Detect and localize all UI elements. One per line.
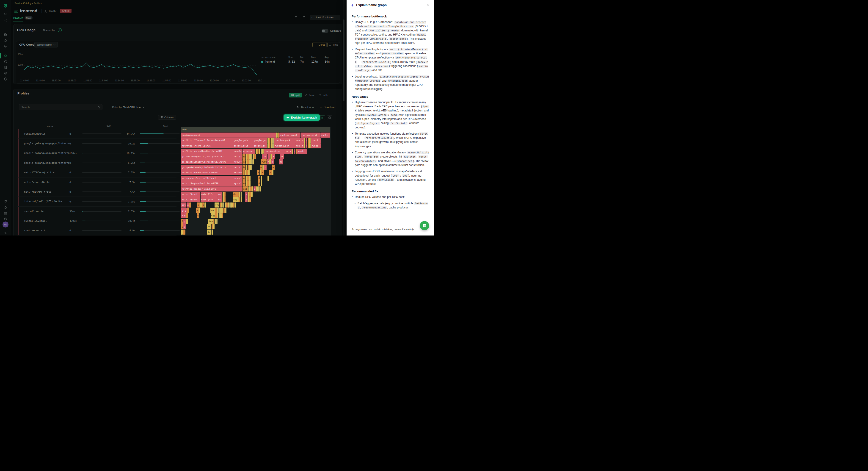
flame-frame[interactable]: runt	[261, 159, 267, 165]
flame-frame-unlabeled[interactable]	[216, 219, 218, 224]
flame-frame-unlabeled[interactable]	[186, 219, 188, 224]
flame-frame-unlabeled[interactable]	[246, 165, 247, 170]
flame-frame-unlabeled[interactable]	[249, 181, 250, 186]
flame-frame-unlabeled[interactable]	[187, 208, 189, 213]
flame-frame[interactable]: tc	[207, 224, 212, 229]
flame-frame[interactable]: r	[301, 138, 304, 143]
flame-frame-unlabeled[interactable]	[272, 138, 274, 143]
flame-frame[interactable]: ksy	[232, 197, 239, 202]
flame-frame-unlabeled[interactable]	[225, 208, 226, 213]
flame-frame-unlabeled[interactable]	[251, 154, 252, 159]
flame-frame-unlabeled[interactable]	[292, 149, 293, 154]
flame-frame[interactable]: net.(*T	[233, 154, 242, 159]
flame-frame[interactable]: m	[197, 203, 200, 208]
flame-frame-unlabeled[interactable]	[308, 138, 309, 143]
flame-frame[interactable]: run	[295, 143, 301, 148]
flame-frame-unlabeled[interactable]	[260, 170, 261, 175]
flame-frame-unlabeled[interactable]	[218, 208, 220, 213]
flame-frame-unlabeled[interactable]	[241, 192, 242, 197]
flame-frame-unlabeled[interactable]	[231, 203, 232, 208]
flame-frame-unlabeled[interactable]	[226, 203, 227, 208]
flame-frame-unlabeled[interactable]	[215, 213, 217, 218]
flame-frame-unlabeled[interactable]	[251, 192, 253, 197]
flame-frame-unlabeled[interactable]	[249, 197, 251, 202]
flame-frame-unlabeled[interactable]	[257, 149, 258, 154]
flame-frame-unlabeled[interactable]	[235, 203, 236, 208]
flame-frame-unlabeled[interactable]	[271, 143, 272, 148]
flame-frame[interactable]: main.(*logHandler).ServeHTTP	[181, 181, 233, 186]
flame-frame-unlabeled[interactable]	[268, 176, 269, 181]
flame-frame-unlabeled[interactable]	[250, 186, 252, 192]
flame-frame[interactable]: runti	[311, 143, 320, 148]
flame-frame[interactable]: main.(*fr	[200, 192, 217, 197]
flame-frame[interactable]: main.(*fr	[200, 197, 217, 202]
flame-frame[interactable]: root	[181, 127, 330, 132]
flame-frame[interactable]: ru	[285, 149, 289, 154]
flame-frame-unlabeled[interactable]	[212, 224, 213, 229]
flame-frame-unlabeled[interactable]	[217, 208, 218, 213]
flame-frame-unlabeled[interactable]	[247, 176, 249, 181]
flame-frame[interactable]: g	[181, 224, 183, 229]
flame-frame[interactable]: ent	[243, 186, 248, 192]
flame-frame[interactable]: r	[306, 138, 307, 143]
flame-frame[interactable]: tcp	[211, 213, 215, 218]
flame-frame-unlabeled[interactable]	[248, 197, 249, 202]
flame-frame-unlabeled[interactable]	[271, 154, 272, 159]
flame-frame[interactable]: runti	[297, 149, 307, 154]
flame-frame-unlabeled[interactable]	[271, 138, 272, 143]
flame-frame-unlabeled[interactable]	[246, 154, 247, 159]
flame-frame-unlabeled[interactable]	[246, 159, 247, 165]
flame-frame-unlabeled[interactable]	[245, 170, 246, 175]
flame-frame-unlabeled[interactable]	[252, 186, 253, 192]
flame-frame-unlabeled[interactable]	[224, 192, 225, 197]
flame-frame-unlabeled[interactable]	[200, 203, 202, 208]
flame-frame[interactable]: net.(*n	[233, 165, 242, 170]
flame-frame-unlabeled[interactable]	[219, 213, 220, 218]
flame-frame[interactable]: runtime.park	[274, 138, 295, 143]
flame-frame-unlabeled[interactable]	[239, 192, 241, 197]
flame-frame-unlabeled[interactable]	[217, 213, 218, 218]
flame-frame[interactable]: r	[267, 159, 269, 165]
flame-frame[interactable]: r	[181, 213, 183, 218]
flame-frame-unlabeled[interactable]	[229, 203, 231, 208]
flame-frame-unlabeled[interactable]	[222, 192, 224, 197]
flame-frame[interactable]: d	[257, 170, 259, 175]
flame-frame[interactable]: io.	[243, 159, 246, 165]
explain-flame-graph-button[interactable]: Explain flame graph	[283, 114, 320, 121]
flame-frame[interactable]: bu	[243, 165, 246, 170]
flame-frame[interactable]: main.(*front	[181, 192, 200, 197]
flame-frame-unlabeled[interactable]	[249, 165, 251, 170]
flame-frame[interactable]: main.ensureSessionID.func1	[181, 176, 233, 181]
flame-frame[interactable]: ma	[217, 197, 222, 202]
flame-frame[interactable]: tc	[207, 230, 212, 235]
flame-frame[interactable]: net/http.(*conn).serve	[181, 143, 233, 148]
flame-frame[interactable]: runti	[320, 133, 330, 138]
flame-frame[interactable]: go.opentelemetry.io/contrib/instru	[181, 165, 233, 170]
flame-frame[interactable]: soc	[210, 208, 215, 213]
flame-frame[interactable]: f	[181, 219, 183, 224]
flame-frame-unlabeled[interactable]	[248, 186, 250, 192]
flame-frame-unlabeled[interactable]	[220, 208, 222, 213]
flame-frame[interactable]: r	[301, 143, 304, 148]
flame-frame-unlabeled[interactable]	[296, 149, 297, 154]
flame-frame-unlabeled[interactable]	[213, 224, 215, 229]
flame-frame-unlabeled[interactable]	[239, 197, 241, 202]
flame-frame-unlabeled[interactable]	[223, 203, 224, 208]
flame-frame-unlabeled[interactable]	[222, 197, 224, 202]
flame-frame-unlabeled[interactable]	[199, 208, 200, 213]
flame-frame[interactable]: syscal	[233, 176, 242, 181]
flame-frame[interactable]: go.opentelemetry.io/contrib/instru	[181, 159, 233, 165]
flame-frame[interactable]: google	[233, 149, 242, 154]
flame-frame-unlabeled[interactable]	[249, 176, 250, 181]
flame-frame-unlabeled[interactable]	[221, 203, 222, 208]
flame-frame-unlabeled[interactable]	[215, 208, 217, 213]
flame-frame-unlabeled[interactable]	[254, 154, 256, 159]
flame-frame-unlabeled[interactable]	[268, 143, 269, 148]
flame-frame[interactable]: git	[181, 203, 186, 208]
flame-frame-unlabeled[interactable]	[212, 230, 213, 235]
flame-frame[interactable]: google.gola	[233, 138, 253, 143]
flame-frame-unlabeled[interactable]	[223, 208, 225, 213]
flame-frame-unlabeled[interactable]	[224, 197, 225, 202]
flame-frame[interactable]: run	[295, 138, 301, 143]
flame-frame[interactable]: f	[261, 170, 264, 175]
